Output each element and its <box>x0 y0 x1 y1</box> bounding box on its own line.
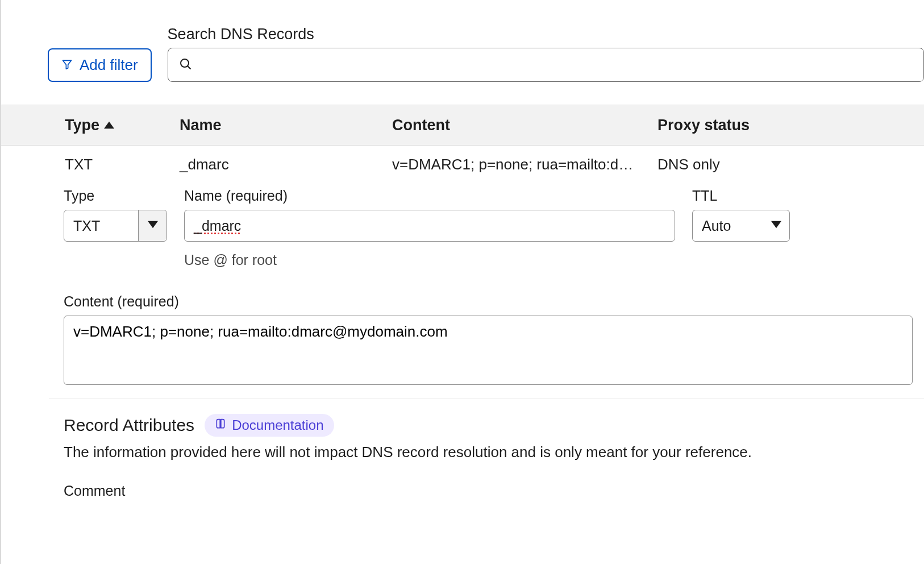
svg-line-2 <box>188 67 190 69</box>
chevron-down-icon <box>148 221 158 231</box>
toolbar: Add filter Search DNS Records <box>1 0 924 82</box>
ttl-select-dropdown-button[interactable] <box>763 221 789 231</box>
content-field-group: Content (required) <box>64 293 924 385</box>
sort-asc-icon <box>104 121 114 129</box>
type-select-dropdown-button[interactable] <box>138 210 167 241</box>
name-label: Name (required) <box>184 188 675 204</box>
column-header-content[interactable]: Content <box>392 117 657 134</box>
table-header-row: Type Name Content Proxy status <box>1 105 924 146</box>
documentation-link[interactable]: Documentation <box>205 414 334 437</box>
cell-name: _dmarc <box>180 156 392 173</box>
attributes-heading-row: Record Attributes Documentation <box>64 414 924 437</box>
record-attributes-section: Record Attributes Documentation The info… <box>1 399 924 499</box>
name-input[interactable]: _dmarc <box>184 210 675 242</box>
attributes-title: Record Attributes <box>64 416 194 435</box>
search-field-group: Search DNS Records <box>168 26 924 82</box>
type-label: Type <box>64 188 167 204</box>
attributes-description: The information provided here will not i… <box>64 443 924 461</box>
add-filter-button[interactable]: Add filter <box>48 48 152 82</box>
name-input-value: _dmarc <box>194 218 241 234</box>
search-input[interactable] <box>198 57 913 73</box>
ttl-select-value: Auto <box>693 218 763 234</box>
svg-marker-4 <box>148 221 158 229</box>
column-header-type[interactable]: Type <box>65 117 180 134</box>
column-header-proxy[interactable]: Proxy status <box>657 117 811 134</box>
cell-content: v=DMARC1; p=none; rua=mailto:d… <box>392 156 657 173</box>
type-select-value: TXT <box>64 218 138 234</box>
filter-icon <box>61 56 73 74</box>
content-label: Content (required) <box>64 293 924 310</box>
editor-row-1: Type TXT Name (required) _dmarc Use @ fo… <box>64 188 924 268</box>
svg-marker-5 <box>771 221 781 229</box>
name-field-group: Name (required) _dmarc Use @ for root <box>184 188 675 268</box>
documentation-label: Documentation <box>232 417 323 433</box>
column-header-name[interactable]: Name <box>180 117 392 134</box>
type-field-group: Type TXT <box>64 188 167 268</box>
table-row[interactable]: TXT _dmarc v=DMARC1; p=none; rua=mailto:… <box>1 146 924 183</box>
dns-records-panel: Add filter Search DNS Records Type Name … <box>0 0 924 564</box>
search-icon <box>178 57 198 73</box>
cell-type: TXT <box>65 156 180 173</box>
ttl-select[interactable]: Auto <box>692 210 790 242</box>
cell-proxy: DNS only <box>657 156 811 173</box>
svg-marker-3 <box>104 122 114 129</box>
svg-marker-0 <box>63 60 72 69</box>
column-header-type-label: Type <box>65 117 99 134</box>
comment-label: Comment <box>64 483 924 499</box>
book-icon <box>215 417 226 433</box>
search-box[interactable] <box>168 48 924 82</box>
ttl-field-group: TTL Auto <box>692 188 790 268</box>
record-editor: Type TXT Name (required) _dmarc Use @ fo… <box>1 183 924 385</box>
chevron-down-icon <box>771 221 781 231</box>
content-textarea[interactable] <box>64 316 913 385</box>
type-select[interactable]: TXT <box>64 210 167 242</box>
ttl-label: TTL <box>692 188 790 204</box>
name-hint: Use @ for root <box>184 252 675 268</box>
search-label: Search DNS Records <box>168 26 924 43</box>
add-filter-label: Add filter <box>80 56 138 74</box>
